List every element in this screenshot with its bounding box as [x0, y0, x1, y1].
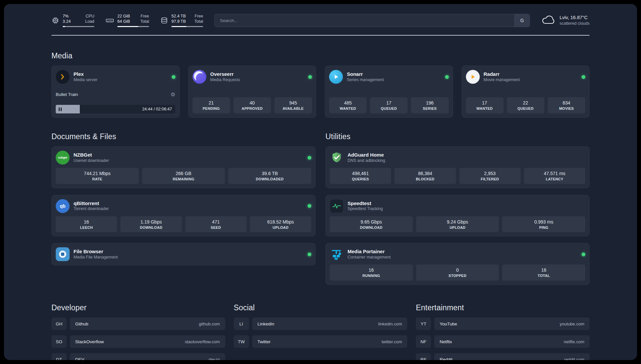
overseerr-icon — [193, 70, 206, 84]
bookmark-name: Github — [75, 321, 88, 326]
speedtest-icon — [330, 199, 344, 213]
memory-icon — [106, 16, 114, 24]
service-subtitle: Media Requests — [210, 77, 240, 83]
bookmark-domain: twitter.com — [382, 339, 402, 344]
stat-rate: 744.21 Mbps RATE — [56, 168, 139, 184]
service-card-portainer[interactable]: Media Portainer Container management 16 … — [325, 243, 590, 285]
status-dot-online — [308, 253, 311, 256]
service-name: Speedtest — [348, 200, 383, 207]
stat-value: 196 — [412, 100, 447, 106]
bookmark-netflix[interactable]: NF Netflix netflix.com — [416, 335, 590, 348]
section-title-utilities: Utilities — [325, 132, 590, 141]
service-name: NZBGet — [74, 152, 109, 158]
radarr-icon — [466, 70, 480, 84]
search-input[interactable] — [215, 14, 514, 27]
service-card-sonarr[interactable]: Sonarr Series management 485 WANTED 17 Q… — [325, 66, 453, 118]
memory-total-label: Total — [140, 19, 149, 24]
stat-queued: 17 QUEUED — [370, 97, 408, 113]
service-subtitle: Media File Management — [74, 255, 118, 260]
service-name: qBittorrent — [74, 200, 109, 207]
service-name: File Browser — [74, 249, 118, 255]
stat-movies: 834 MOVIES — [548, 97, 585, 113]
bookmark-reddit[interactable]: RE Reddit reddit.com — [416, 353, 590, 360]
service-subtitle: DNS and adblocking — [348, 158, 385, 164]
adguard-icon — [330, 151, 344, 165]
cpu-icon — [51, 16, 59, 24]
stat-value: 1.19 Gbps — [122, 219, 180, 225]
bookmark-linkedin[interactable]: LI LinkedIn linkedin.com — [234, 318, 408, 330]
stat-label: PENDING — [194, 106, 229, 111]
stat-label: RATE — [57, 177, 137, 182]
service-card-filebrowser[interactable]: File Browser Media File Management — [51, 243, 316, 265]
bookmark-name: Twitter — [258, 339, 271, 344]
service-subtitle: Usenet downloader — [74, 158, 109, 164]
weather-location: Lviv, 16.87°C — [560, 15, 590, 21]
bookmark-abbr: TW — [234, 335, 249, 348]
section-title-documents: Documents & Files — [51, 132, 316, 141]
status-dot-online — [308, 156, 311, 160]
service-card-overseerr[interactable]: Overseerr Media Requests 21 PENDING 40 A… — [188, 66, 317, 118]
stat-value: 945 — [276, 100, 311, 106]
disk-free-value: 52.4 TB — [171, 14, 186, 19]
bookmark-name: LinkedIn — [258, 321, 274, 326]
cpu-label: CPU — [86, 14, 94, 19]
bookmark-abbr: NF — [416, 335, 431, 348]
pause-icon[interactable] — [59, 107, 62, 111]
service-card-qbittorrent[interactable]: qb qBittorrent Torrent downloader 16 LEE… — [51, 195, 316, 237]
bookmark-twitter[interactable]: TW Twitter twitter.com — [234, 335, 408, 348]
plex-icon — [56, 70, 70, 84]
service-card-nzbget[interactable]: nzbget NZBGet Usenet downloader 744.21 M… — [51, 146, 316, 188]
player-settings-gear-icon[interactable]: ⚙ — [170, 91, 175, 98]
bookmark-github[interactable]: GH Github github.com — [51, 318, 225, 330]
stat-label: FILTERED — [461, 177, 519, 182]
bookmark-abbr: SO — [51, 335, 67, 348]
service-name: AdGuard Home — [348, 152, 385, 158]
stat-downloaded: 39.6 TB DOWNLOADED — [228, 168, 311, 184]
player-progress-bar[interactable]: 24:44 / 02:06:47 — [56, 105, 175, 113]
service-card-speedtest[interactable]: Speedtest Speedtest Tracking 9.65 Gbps D… — [325, 195, 590, 237]
stat-available: 945 AVAILABLE — [274, 97, 312, 113]
portainer-icon — [330, 247, 344, 261]
memory-total-value: 64 GiB — [117, 19, 130, 24]
bookmark-stackoverflow[interactable]: SO StackOverflow stackoverflow.com — [51, 335, 225, 348]
stat-value: 744.21 Mbps — [57, 170, 137, 177]
stat-download: 9.65 Gbps DOWNLOAD — [330, 216, 413, 232]
cpu-usage-bar — [63, 26, 94, 27]
cpu-percent: 7% — [63, 14, 69, 19]
section-title-media: Media — [51, 51, 590, 60]
bookmark-name: DEV — [75, 357, 84, 360]
stat-value: 17 — [371, 100, 406, 106]
dashboard: 7% CPU 3.24 Load — [4, 4, 637, 360]
bookmark-dev[interactable]: DT DEV dev.to — [51, 353, 225, 360]
stat-label: UPLOAD — [251, 225, 310, 230]
disk-total-value: 97.9 TB — [171, 19, 186, 24]
stat-series: 196 SERIES — [411, 97, 448, 113]
status-dot-online — [308, 75, 312, 79]
service-subtitle: Container management — [348, 255, 391, 260]
sonarr-icon — [329, 70, 343, 84]
stat-value: 618.52 Mbps — [251, 219, 310, 225]
section-title-entertainment: Entertainment — [416, 303, 590, 312]
service-card-radarr[interactable]: Radarr Movie management 17 WANTED 22 QUE… — [462, 66, 590, 118]
stat-label: QUEUED — [371, 106, 406, 111]
stat-label: AVAILABLE — [276, 106, 311, 111]
disk-usage-bar — [171, 26, 203, 27]
stat-value: 16 — [57, 219, 116, 225]
stat-value: 834 — [549, 100, 584, 106]
bookmark-youtube[interactable]: YT YouTube youtube.com — [416, 318, 590, 330]
status-dot-online — [582, 253, 585, 256]
service-card-plex[interactable]: Plex Media server Bullet Train ⚙ 24:44 /… — [51, 66, 180, 118]
section-title-developer: Developer — [51, 303, 225, 312]
stat-download: 1.19 Gbps DOWNLOAD — [120, 216, 182, 232]
bookmark-domain: github.com — [199, 321, 220, 326]
stat-label: SEED — [187, 225, 245, 230]
memory-free-label: Free — [140, 14, 149, 19]
stat-value: 498,461 — [331, 170, 390, 177]
stat-label: RUNNING — [331, 273, 412, 278]
service-name: Radarr — [484, 71, 520, 77]
stat-upload: 9.24 Gbps UPLOAD — [416, 216, 499, 232]
service-card-adguard[interactable]: AdGuard Home DNS and adblocking 498,461 … — [325, 146, 590, 188]
search-provider-button[interactable]: G — [514, 14, 530, 27]
bookmark-abbr: GH — [51, 318, 67, 330]
stat-value: 22 — [508, 100, 543, 106]
